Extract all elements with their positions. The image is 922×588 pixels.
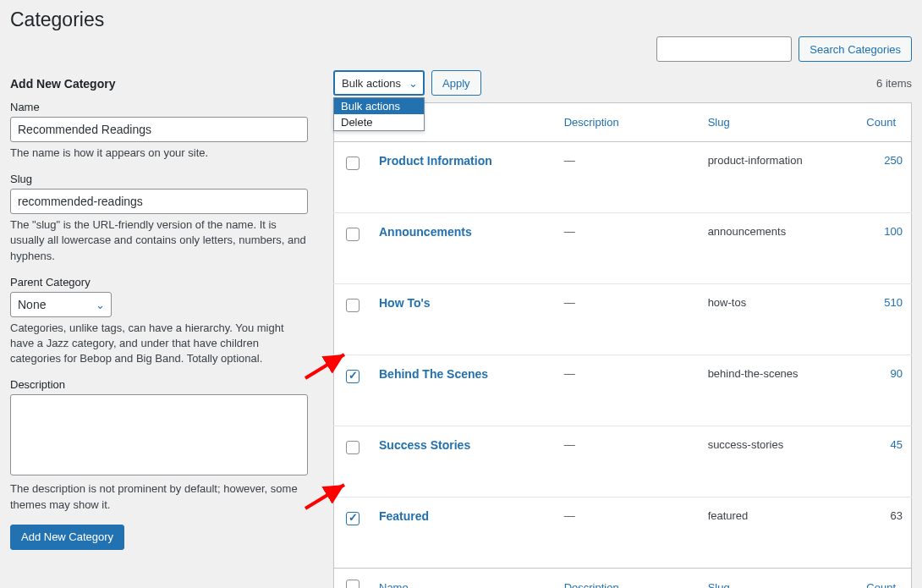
category-count: 63 (891, 509, 903, 522)
col-name-foot[interactable]: Name (370, 569, 556, 589)
parent-label: Parent Category (10, 276, 308, 289)
items-count-top: 6 items (876, 77, 912, 90)
col-description[interactable]: Description (556, 103, 700, 142)
category-slug: announcements (700, 213, 859, 284)
category-count-link[interactable]: 45 (891, 438, 903, 451)
category-name-link[interactable]: Announcements (379, 225, 472, 239)
category-slug: behind-the-scenes (700, 355, 859, 426)
parent-select[interactable]: None (10, 292, 112, 317)
category-description: — (556, 497, 700, 569)
category-description: — (556, 426, 700, 497)
name-label: Name (10, 101, 308, 113)
bulk-option-bulk-actions[interactable]: Bulk actions (334, 98, 424, 114)
category-count-link[interactable]: 510 (884, 296, 903, 309)
category-name-link[interactable]: Behind The Scenes (379, 367, 488, 381)
description-field[interactable] (10, 394, 308, 475)
slug-help: The "slug" is the URL-friendly version o… (10, 217, 308, 264)
select-all-bottom[interactable] (346, 580, 359, 588)
table-row: Featured—featured63 (334, 497, 912, 569)
name-field[interactable] (10, 117, 308, 142)
category-count-link[interactable]: 100 (884, 225, 903, 238)
category-slug: featured (700, 497, 859, 569)
bulk-actions-dropdown: Bulk actions Delete (333, 97, 425, 131)
table-row: Success Stories—success-stories45 (334, 426, 912, 497)
bulk-actions-select-top[interactable]: Bulk actions (333, 70, 425, 96)
category-name-link[interactable]: Success Stories (379, 438, 470, 452)
category-count-link[interactable]: 250 (884, 154, 903, 167)
description-help: The description is not prominent by defa… (10, 481, 308, 512)
col-count-foot[interactable]: Count (858, 569, 911, 589)
apply-button-top[interactable]: Apply (431, 70, 481, 96)
row-checkbox[interactable] (346, 512, 359, 525)
table-row: How To's—how-tos510 (334, 284, 912, 355)
category-description: — (556, 213, 700, 284)
add-new-heading: Add New Category (10, 77, 308, 91)
category-name-link[interactable]: Product Information (379, 154, 492, 168)
category-slug: success-stories (700, 426, 859, 497)
col-count[interactable]: Count (858, 103, 911, 142)
row-checkbox[interactable] (346, 370, 359, 383)
category-name-link[interactable]: Featured (379, 509, 429, 523)
category-name-link[interactable]: How To's (379, 296, 431, 310)
description-label: Description (10, 378, 308, 391)
bulk-option-delete[interactable]: Delete (334, 114, 424, 130)
bulk-actions-selected: Bulk actions (342, 77, 401, 90)
name-help: The name is how it appears on your site. (10, 146, 308, 161)
add-new-category-button[interactable]: Add New Category (10, 525, 124, 550)
parent-help: Categories, unlike tags, can have a hier… (10, 321, 308, 367)
category-slug: product-information (700, 142, 859, 213)
slug-field[interactable] (10, 189, 308, 214)
row-checkbox[interactable] (346, 441, 359, 454)
search-input[interactable] (656, 36, 792, 62)
category-slug: how-tos (700, 284, 859, 355)
row-checkbox[interactable] (346, 299, 359, 312)
table-row: Behind The Scenes—behind-the-scenes90 (334, 355, 912, 426)
row-checkbox[interactable] (346, 157, 359, 170)
col-description-foot[interactable]: Description (556, 569, 700, 589)
table-row: Product Information—product-information2… (334, 142, 912, 213)
category-description: — (556, 142, 700, 213)
category-count-link[interactable]: 90 (891, 367, 903, 380)
category-description: — (556, 284, 700, 355)
slug-label: Slug (10, 173, 308, 185)
col-slug[interactable]: Slug (700, 103, 859, 142)
table-row: Announcements—announcements100 (334, 213, 912, 284)
categories-table: Name Description Slug Count Product Info… (333, 102, 912, 588)
row-checkbox[interactable] (346, 228, 359, 241)
category-description: — (556, 355, 700, 426)
search-categories-button[interactable]: Search Categories (799, 36, 912, 62)
col-slug-foot[interactable]: Slug (700, 569, 859, 589)
page-title: Categories (10, 8, 912, 31)
